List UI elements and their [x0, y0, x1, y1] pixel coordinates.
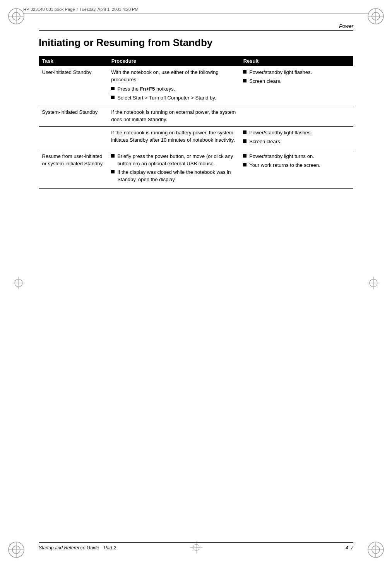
table-header-row: Task Procedure Result: [39, 56, 353, 66]
result-text: Screen clears.: [249, 138, 281, 146]
procedure-cell: With the notebook on, use either of the …: [108, 66, 240, 106]
top-rule: [39, 30, 353, 31]
main-content: Initiating or Resuming from Standby Task…: [39, 37, 353, 189]
bullet-icon: [111, 87, 115, 90]
footer-left: Startup and Reference Guide—Part 2: [39, 545, 116, 551]
list-item: If the display was closed while the note…: [111, 169, 237, 184]
bullet-icon: [243, 139, 246, 143]
list-item: Your work returns to the screen.: [243, 162, 350, 169]
table-row: User-initiated Standby With the notebook…: [39, 66, 353, 106]
result-text: Screen clears.: [249, 78, 281, 85]
reg-mark-bl: [7, 540, 26, 559]
main-table: Task Procedure Result User-initiated Sta…: [39, 56, 353, 189]
table-row: If the notebook is running on battery po…: [39, 127, 353, 150]
page: HP-323140-001.book Page 7 Tuesday, April…: [0, 0, 392, 566]
col-task: Task: [39, 56, 108, 66]
bullet-icon: [111, 170, 115, 173]
procedure-cell: If the notebook is running on external p…: [108, 106, 240, 127]
list-item: Briefly press the power button, or move …: [111, 153, 237, 168]
result-list: Power/standby light flashes. Screen clea…: [243, 69, 350, 85]
page-header: HP-323140-001.book Page 7 Tuesday, April…: [23, 7, 369, 14]
page-footer: Startup and Reference Guide—Part 2 4–7: [39, 542, 353, 551]
task-label: User-initiated Standby: [42, 69, 92, 75]
reg-mark-tr: [366, 7, 385, 26]
reg-mark-br: [366, 540, 385, 559]
bullet-icon: [243, 130, 246, 134]
procedure-cell: Briefly press the power button, or move …: [108, 150, 240, 188]
task-cell: User-initiated Standby: [39, 66, 108, 106]
reg-mark-tl: [7, 7, 26, 26]
list-item: Power/standby light turns on.: [243, 153, 350, 160]
reg-mark-ml: [12, 276, 26, 290]
footer-right: 4–7: [346, 545, 353, 551]
bullet-icon: [111, 96, 115, 99]
result-cell: Power/standby light turns on. Your work …: [240, 150, 353, 188]
reg-mark-mr: [366, 276, 380, 290]
procedure-text: Briefly press the power button, or move …: [117, 153, 237, 168]
hotkey-bold: Fn+F5: [140, 86, 155, 92]
procedure-text: If the notebook is running on external p…: [111, 109, 236, 122]
result-text: Power/standby light flashes.: [249, 69, 312, 76]
procedure-list: Briefly press the power button, or move …: [111, 153, 237, 184]
task-label: Resume from user-initiated or system-ini…: [42, 153, 104, 166]
file-info: HP-323140-001.book Page 7 Tuesday, April…: [23, 7, 139, 12]
procedure-list: Press the Fn+F5 hotkeys. Select Start > …: [111, 86, 237, 102]
result-list: Power/standby light flashes. Screen clea…: [243, 129, 350, 146]
procedure-text: If the notebook is running on battery po…: [111, 130, 235, 143]
bullet-icon: [243, 79, 246, 82]
procedure-text: If the display was closed while the note…: [117, 169, 237, 184]
table-row: System-initiated Standby If the notebook…: [39, 106, 353, 127]
col-result: Result: [240, 56, 353, 66]
list-item: Screen clears.: [243, 138, 350, 146]
list-item: Power/standby light flashes.: [243, 129, 350, 137]
list-item: Press the Fn+F5 hotkeys.: [111, 86, 237, 93]
result-text: Power/standby light flashes.: [249, 129, 312, 137]
result-cell: Power/standby light flashes. Screen clea…: [240, 127, 353, 150]
table-row: Resume from user-initiated or system-ini…: [39, 150, 353, 188]
bullet-icon: [243, 70, 246, 74]
task-cell: Resume from user-initiated or system-ini…: [39, 150, 108, 188]
result-cell: [240, 106, 353, 127]
task-label: System-initiated Standby: [42, 109, 98, 115]
bullet-icon: [243, 154, 246, 158]
task-cell: [39, 127, 108, 150]
list-item: Screen clears.: [243, 78, 350, 85]
procedure-intro: With the notebook on, use either of the …: [111, 69, 237, 84]
procedure-text: Select Start > Turn off Computer > Stand…: [117, 94, 216, 102]
task-cell: System-initiated Standby: [39, 106, 108, 127]
list-item: Select Start > Turn off Computer > Stand…: [111, 94, 237, 102]
page-title: Initiating or Resuming from Standby: [39, 37, 353, 49]
section-label: Power: [339, 23, 353, 29]
bullet-icon: [111, 154, 115, 158]
result-text: Power/standby light turns on.: [249, 153, 314, 160]
bullet-icon: [243, 163, 246, 166]
list-item: Power/standby light flashes.: [243, 69, 350, 76]
result-list: Power/standby light turns on. Your work …: [243, 153, 350, 169]
result-text: Your work returns to the screen.: [249, 162, 320, 169]
result-cell: Power/standby light flashes. Screen clea…: [240, 66, 353, 106]
procedure-cell: If the notebook is running on battery po…: [108, 127, 240, 150]
procedure-text: Press the Fn+F5 hotkeys.: [117, 86, 175, 93]
col-procedure: Procedure: [108, 56, 240, 66]
